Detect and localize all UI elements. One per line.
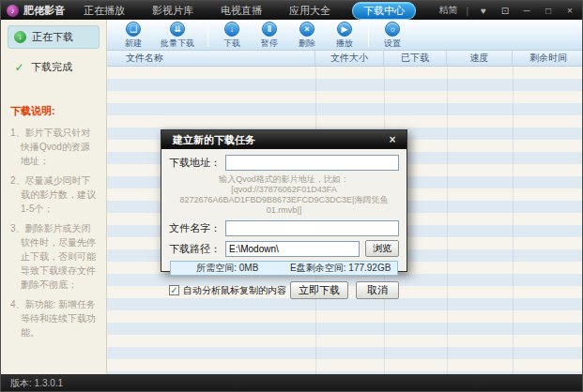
path-input[interactable] — [225, 241, 360, 257]
pause-icon: ‖ — [262, 22, 277, 37]
play-button[interactable]: ▶ 播放 — [326, 22, 363, 50]
batch-download-icon: ⇊ — [170, 22, 185, 37]
address-hint: 输入Qvod格式的影片地址，比如：[qvod://37876062F01D43F… — [169, 174, 399, 216]
maximize-button[interactable]: □ — [542, 6, 555, 16]
downloading-icon: ↓ — [14, 31, 26, 43]
toolbar-divider — [207, 24, 208, 47]
delete-icon: × — [299, 22, 315, 37]
download-toolbar: ❑ 新建 ⇊ 批量下载 ↓ 下载 ‖ 暂停 × 删除 — [107, 20, 583, 51]
column-speed[interactable]: 速度 — [447, 51, 513, 66]
minimize-button[interactable]: ─ — [520, 6, 533, 16]
tab-movie-library[interactable]: 影视片库 — [146, 3, 199, 19]
sidebar-item-label: 下载完成 — [31, 60, 72, 74]
tray-icon[interactable]: ⊡ — [499, 6, 512, 16]
address-label: 下载地址： — [169, 156, 225, 170]
column-filename[interactable]: 文件名称 — [107, 51, 315, 66]
column-time-left[interactable]: 剩余时间 — [513, 51, 583, 66]
sidebar-item-label: 正在下载 — [32, 30, 73, 44]
column-filesize[interactable]: 文件大小 — [315, 51, 384, 66]
delete-button[interactable]: × 删除 — [288, 22, 326, 50]
dialog-close-icon[interactable]: × — [386, 133, 399, 146]
tab-app-center[interactable]: 应用大全 — [284, 3, 336, 19]
download-button[interactable]: ↓ 下载 — [213, 22, 251, 50]
cancel-button[interactable]: 取消 — [356, 281, 399, 299]
column-downloaded[interactable]: 已下载 — [384, 51, 447, 66]
main-nav-tabs: 正在播放 影视片库 电视直播 应用大全 下载中心 — [78, 2, 416, 20]
notes-title: 下载说明: — [10, 104, 99, 118]
address-input[interactable] — [225, 155, 399, 171]
path-label: 下载路径： — [169, 242, 225, 256]
note-item: 3、删除影片或关闭软件时，尽量先停止下载，否则可能导致下载缓存文件删除不彻底； — [10, 221, 99, 292]
sidebar-item-completed[interactable]: ✓ 下载完成 — [8, 56, 100, 78]
close-button[interactable]: × — [563, 6, 576, 16]
new-file-icon: ❑ — [126, 22, 141, 37]
dialog-title: 建立新的下载任务 — [173, 133, 255, 147]
sidebar: ↓ 正在下载 ✓ 下载完成 下载说明: 1、影片下载只针对快播Qvod的资源地址… — [1, 20, 107, 374]
check-icon: ✓ — [13, 61, 25, 74]
note-item: 2、尽量减少同时下载的影片数，建议1-5个； — [10, 173, 99, 216]
download-now-button[interactable]: 立即下载 — [290, 281, 348, 299]
space-required: 所需空间: 0MB — [171, 262, 284, 275]
dialog-body: 下载地址： 输入Qvod格式的影片地址，比如：[qvod://37876062F… — [161, 149, 407, 299]
table-header: 文件名称 文件大小 已下载 速度 剩余时间 — [107, 51, 583, 67]
window-controls: 精简 | ♥ ⊡ ─ □ × — [438, 4, 576, 17]
note-item: 4、新功能: 新增任务等待和连续下载功能。 — [10, 297, 99, 339]
pause-button[interactable]: ‖ 暂停 — [251, 22, 288, 50]
download-notes: 下载说明: 1、影片下载只针对快播Qvod的资源地址； 2、尽量减少同时下载的影… — [10, 104, 99, 339]
auto-analyze-label: 自动分析鼠标复制的内容 — [183, 284, 286, 297]
title-bar: ♪ 肥佬影音 正在播放 影视片库 电视直播 应用大全 下载中心 精简 | ♥ ⊡… — [1, 1, 582, 20]
divider: | — [466, 6, 468, 16]
sidebar-item-downloading[interactable]: ↓ 正在下载 — [8, 25, 100, 49]
app-logo-icon: ♪ — [7, 5, 19, 17]
version-label: 版本: 1.3.0.1 — [10, 377, 63, 390]
settings-button[interactable]: ☼ 设置 — [374, 22, 411, 50]
app-window: ♪ 肥佬影音 正在播放 影视片库 电视直播 应用大全 下载中心 精简 | ♥ ⊡… — [0, 0, 583, 392]
auto-analyze-checkbox[interactable]: ✓ — [169, 285, 179, 295]
skin-heart-icon[interactable]: ♥ — [477, 6, 490, 16]
space-free: E盘剩余空间: 177.92GB — [284, 262, 398, 275]
filename-input[interactable] — [225, 220, 399, 236]
settings-icon: ☼ — [385, 22, 400, 37]
grid-line — [447, 67, 448, 374]
dialog-title-bar[interactable]: 建立新的下载任务 × — [161, 130, 407, 149]
browse-button[interactable]: 浏览 — [365, 240, 399, 257]
simple-mode-button[interactable]: 精简 — [438, 4, 457, 17]
play-icon: ▶ — [337, 22, 352, 37]
new-download-dialog: 建立新的下载任务 × 下载地址： 输入Qvod格式的影片地址，比如：[qvod:… — [161, 129, 407, 272]
app-title: 肥佬影音 — [23, 4, 65, 18]
new-task-button[interactable]: ❑ 新建 — [115, 22, 152, 50]
grid-line — [513, 67, 514, 374]
toolbar-divider — [368, 24, 369, 47]
note-item: 1、影片下载只针对快播Qvod的资源地址； — [10, 126, 99, 168]
tab-download-center[interactable]: 下载中心 — [352, 2, 416, 20]
filename-label: 文件名字： — [169, 221, 225, 235]
download-icon: ↓ — [224, 22, 239, 37]
batch-download-button[interactable]: ⇊ 批量下载 — [152, 22, 203, 50]
status-bar: 版本: 1.3.0.1 — [1, 374, 582, 392]
tab-live-tv[interactable]: 电视直播 — [215, 3, 268, 19]
tab-now-playing[interactable]: 正在播放 — [78, 3, 130, 19]
disk-space-bar: 所需空间: 0MB E盘剩余空间: 177.92GB — [170, 261, 398, 276]
